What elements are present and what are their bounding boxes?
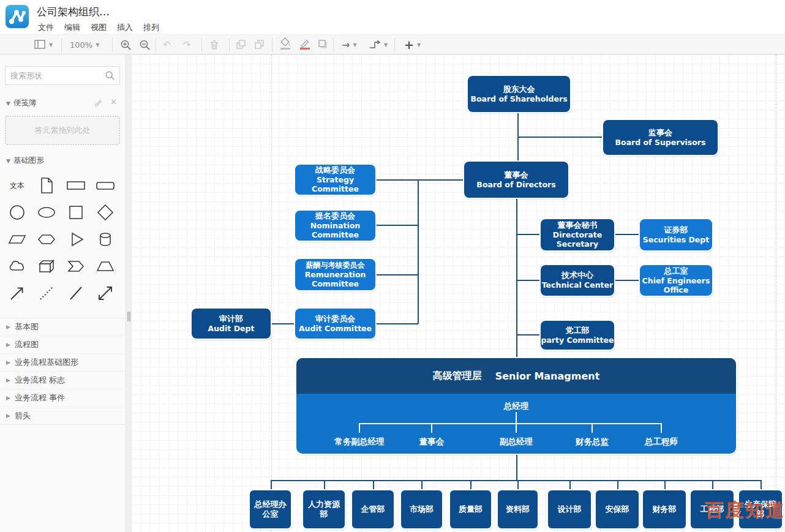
shape-line[interactable] [61,280,91,307]
shape-arrow[interactable] [2,280,32,307]
shape-circle[interactable] [2,199,32,226]
zoom-in-button[interactable] [120,35,132,54]
zoom-out-button[interactable] [139,35,151,54]
edit-pencil-icon[interactable] [94,98,103,107]
fill-color-button[interactable] [279,35,291,54]
node-party-committee[interactable]: 党工部 party Committee [541,321,614,350]
plus-icon: + [404,38,414,51]
scratchpad-dropzone[interactable]: 将元素拖到此处 [5,116,120,145]
shape-ellipse[interactable] [32,199,61,226]
menu-edit[interactable]: 编辑 [64,22,80,33]
node-supervisors[interactable]: 监事会 Board of Supervisors [603,120,718,155]
menu-insert[interactable]: 插入 [117,22,133,33]
shape-page[interactable] [32,172,61,199]
shape-double-arrow[interactable] [91,280,120,307]
sidebar-section-bpmn-basic[interactable]: ▶业务流程基础图形 [0,354,126,372]
toolbar-separator [272,38,272,51]
menu-arrange[interactable]: 排列 [143,22,159,33]
role-deputy-gm[interactable]: 副总经理 [500,436,533,448]
search-icon[interactable] [105,70,115,81]
app-logo-icon[interactable] [5,4,29,29]
sidebar-section-arrows[interactable]: ▶箭头 [0,407,126,425]
node-nomination-committee[interactable]: 提名委员会 Nomination Committee [295,211,375,241]
node-directors[interactable]: 董事会 Board of Directors [464,162,568,198]
zoom-out-icon [139,39,151,51]
arrow-style-dropdown[interactable]: → ▼ [342,35,357,54]
undo-button[interactable]: ↶ [163,35,171,54]
dept-marketing[interactable]: 市场部 [401,490,442,528]
role-board[interactable]: 董事会 [419,436,445,448]
shape-cloud[interactable] [2,253,32,280]
fill-color-icon [279,37,291,52]
line-color-button[interactable] [299,35,311,54]
dept-finance[interactable]: 财务部 [643,490,686,528]
shape-chevron[interactable] [61,253,91,280]
role-exec-deputy-gm[interactable]: 常务副总经理 [335,436,385,448]
send-to-back-button[interactable] [254,35,265,54]
sidebar-resize-gutter[interactable] [126,54,132,532]
shape-trapezoid[interactable] [91,253,120,280]
dept-archives[interactable]: 资料部 [498,490,538,528]
dept-security[interactable]: 安保部 [596,490,639,528]
role-cfo[interactable]: 财务总监 [576,436,609,448]
dept-hr[interactable]: 人力资源部 [303,490,345,528]
close-icon[interactable]: ✕ [110,97,117,107]
node-audit-dept[interactable]: 审计部 Audit Dept [192,309,271,339]
dotted-line-icon [37,284,56,302]
shape-cube[interactable] [32,253,61,280]
shape-text[interactable]: 文本 [2,172,32,199]
node-remuneration-committee[interactable]: 薪酬与考核委员会 Remuneration Committee [295,259,375,290]
connector [421,480,423,490]
node-label-zh: 党工部 [566,326,590,335]
node-chief-engineers-office[interactable]: 总工室 Chief Engineers Office [640,265,712,296]
dept-enterprise-mgmt[interactable]: 企管部 [352,490,394,528]
chevron-right-icon: ▶ [6,377,10,383]
shape-square[interactable] [61,199,91,226]
connector-style-dropdown[interactable]: ▼ [369,35,388,54]
bring-to-front-button[interactable] [235,35,246,54]
shadow-button[interactable] [317,35,329,54]
senior-management-header: 高级管理层 Senior Managment [296,358,736,394]
diagram-canvas[interactable]: 股东大会 Board of Shareholders 监事会 Board of … [132,54,785,532]
dept-gm-office[interactable]: 总经理办公室 [250,490,291,528]
bring-to-front-icon [235,39,246,50]
shape-rounded-rectangle[interactable] [91,172,120,199]
node-label-en: Nomination Committee [295,221,375,240]
scratchpad-header[interactable]: ▼ 便笺簿 [6,98,36,108]
document-title[interactable]: 公司架构组织… [37,5,110,19]
dept-design[interactable]: 设计部 [548,490,591,528]
node-technical-center[interactable]: 技术中心 Technical Center [541,265,614,296]
node-strategy-committee[interactable]: 战略委员会 Strategy Committee [295,165,375,195]
shape-parallelogram[interactable] [2,226,32,253]
shape-triangle[interactable] [61,226,91,253]
menu-view[interactable]: 视图 [91,22,107,33]
page-view-button[interactable]: ▼ [34,35,53,54]
redo-button[interactable]: ↷ [183,35,191,54]
trapezoid-icon [96,257,115,275]
node-securities-dept[interactable]: 证券部 Securities Dept [640,219,712,250]
menu-file[interactable]: 文件 [38,22,54,33]
node-label-zh: 薪酬与考核委员会 [306,261,365,270]
node-audit-committee[interactable]: 审计委员会 Audit Committee [295,309,375,339]
shape-dotted-line[interactable] [32,280,61,307]
node-directorate-secretary[interactable]: 董事会秘书 Directorate Secretary [541,219,614,250]
add-shape-dropdown[interactable]: + ▼ [404,35,421,54]
zoom-level-dropdown[interactable]: 100%▼ [70,35,99,54]
shape-hexagon[interactable] [32,226,61,253]
sidebar-section-bpmn-signs[interactable]: ▶业务流程 标志 [0,372,126,389]
role-chief-engineer[interactable]: 总工程师 [645,436,678,448]
sidebar-section-flowchart[interactable]: ▶流程图 [0,336,126,354]
delete-button[interactable] [209,35,220,54]
node-shareholders[interactable]: 股东大会 Board of Shareholders [468,76,570,112]
basic-shapes-header[interactable]: ▼ 基础图形 [6,155,44,166]
shape-cylinder[interactable] [91,226,120,253]
sidebar-section-bpmn-events[interactable]: ▶业务流程 事件 [0,389,126,407]
search-input[interactable] [10,67,102,84]
shape-diamond[interactable] [91,199,120,226]
sidebar-collapse-handle[interactable] [127,312,130,321]
menubar: 文件 编辑 视图 插入 排列 [38,22,159,33]
shape-rectangle[interactable] [61,172,91,199]
role-general-manager[interactable]: 总经理 [504,401,529,412]
sidebar-section-basic[interactable]: ▶基本图 [0,318,126,336]
dept-quality[interactable]: 质量部 [450,490,491,528]
